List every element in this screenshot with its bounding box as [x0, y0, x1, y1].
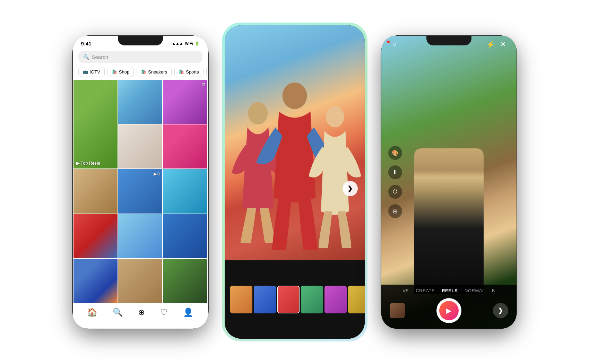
camera-mode-create[interactable]: CREATE: [416, 288, 435, 293]
camera-mode-reels[interactable]: REELS: [442, 288, 458, 293]
chips-row: 📺 IGTV 🛍️ Shop 🛍️ Sneakers 🛍️ Sports Arc…: [73, 66, 208, 80]
wifi-icon: WiFi: [185, 41, 193, 45]
camera-circle-icon[interactable]: ○: [388, 38, 401, 51]
reel-thumb-6[interactable]: [348, 286, 365, 313]
phone-2-gradient: ❯: [222, 23, 367, 341]
phone-3-camera: ○ ⚡ ✕ 🎨 ⏸ ⏱ ⊞ VE CREATE REELS NORMAL B: [381, 36, 517, 329]
phone-1-screen: 9:41 ▲▲▲ WiFi 🔋 🔍 Search 📺 IGTV 🛍️ Shop: [73, 36, 208, 329]
camera-tool-timer[interactable]: ⏱: [388, 185, 402, 199]
camera-top-bar: ○ ⚡ ✕: [381, 36, 517, 53]
grid-cell-desert[interactable]: [73, 169, 118, 213]
chip-sports-label: Sports: [186, 69, 199, 75]
chip-architect[interactable]: Archit…: [206, 67, 208, 77]
camera-mode-bar: VE CREATE REELS NORMAL B: [381, 285, 517, 295]
camera-controls-row: ▶ ❯: [381, 295, 517, 329]
camera-mode-normal[interactable]: NORMAL: [465, 288, 485, 293]
reels-icon: ▶: [76, 161, 79, 166]
camera-tool-layout[interactable]: ⊞: [388, 204, 402, 218]
camera-mode-ve[interactable]: VE: [402, 288, 409, 293]
reel-thumb-3[interactable]: [277, 286, 300, 313]
chip-igtv-label: IGTV: [90, 69, 100, 75]
grid-cell-woman-face[interactable]: [118, 259, 162, 303]
signal-icon: ▲▲▲: [172, 41, 183, 45]
reels-dancers-svg: [225, 25, 365, 260]
grid-cell-trees[interactable]: [163, 259, 207, 303]
chip-sneakers[interactable]: 🛍️ Sneakers: [137, 67, 172, 77]
chip-sneakers-label: Sneakers: [148, 69, 167, 75]
svg-point-1: [282, 83, 307, 109]
phone-2-wrapper: ❯: [222, 23, 367, 341]
camera-tool-pause[interactable]: ⏸: [388, 165, 402, 179]
chip-sports[interactable]: 🛍️ Sports: [174, 67, 203, 77]
dancer-left: [232, 102, 284, 243]
chip-igtv[interactable]: 📺 IGTV: [78, 67, 105, 77]
grid-cell-basketball[interactable]: ⧉: [163, 80, 207, 124]
camera-next-button[interactable]: ❯: [493, 303, 508, 318]
reels-next-button[interactable]: ❯: [343, 181, 358, 196]
search-placeholder-text: Search: [92, 54, 109, 60]
grid-cell-jump[interactable]: [118, 80, 162, 124]
grid-cell-surfer[interactable]: ▶⧉: [118, 169, 162, 213]
reel-thumb-5[interactable]: [324, 286, 347, 313]
camera-left-tools: 🎨 ⏸ ⏱ ⊞: [388, 146, 402, 218]
top-reels-label: ▶ Top Reels: [76, 161, 100, 166]
phone-1-notch: [118, 36, 163, 45]
camera-close-icon[interactable]: ✕: [497, 38, 510, 51]
camera-reels-icon: ▶: [446, 306, 451, 315]
camera-tool-theme[interactable]: 🎨: [388, 146, 402, 160]
grid-cell-sunglasses[interactable]: [163, 124, 207, 168]
camera-last-photo-thumb[interactable]: [390, 303, 405, 318]
camera-capture-button[interactable]: ▶: [436, 298, 461, 323]
phone-1-explore: 9:41 ▲▲▲ WiFi 🔋 🔍 Search 📺 IGTV 🛍️ Shop: [73, 36, 208, 329]
grid-overlay-1: ⧉: [202, 82, 205, 87]
grid-cell-couple-water[interactable]: [163, 169, 207, 213]
reels-video-bg[interactable]: ❯: [225, 25, 365, 260]
svg-point-2: [326, 106, 344, 128]
grid-cell-basketball-shadow[interactable]: [73, 259, 118, 303]
grid-cell-blue-sky[interactable]: [118, 214, 162, 258]
status-time-1: 9:41: [81, 41, 92, 46]
bottom-nav: 🏠 🔍 ⊕ ♡ 👤: [73, 303, 208, 324]
sports-icon: 🛍️: [179, 69, 184, 74]
phone-3-screen: ○ ⚡ ✕ 🎨 ⏸ ⏱ ⊞ VE CREATE REELS NORMAL B: [381, 36, 517, 329]
nav-profile-icon[interactable]: 👤: [183, 307, 193, 317]
reel-thumb-4[interactable]: [301, 286, 323, 313]
grid-cell-food[interactable]: [118, 124, 162, 168]
camera-mode-b[interactable]: B: [492, 288, 495, 293]
grid-cell-red-hoodie[interactable]: [73, 214, 118, 258]
svg-point-0: [248, 102, 268, 124]
shop-icon: 🛍️: [112, 69, 117, 74]
grid-cell-woman-blue[interactable]: [163, 214, 207, 258]
nav-search-icon[interactable]: 🔍: [113, 307, 123, 317]
search-bar[interactable]: 🔍 Search: [78, 51, 202, 63]
igtv-icon: 📺: [83, 69, 88, 74]
grid-overlay-2: ▶⧉: [154, 171, 160, 177]
reel-thumb-2[interactable]: [254, 286, 276, 313]
nav-home-icon[interactable]: 🏠: [87, 307, 97, 317]
dancer-center: [256, 83, 333, 250]
reels-thumbnails: [225, 260, 365, 339]
search-bar-container: 🔍 Search: [73, 49, 208, 66]
grid-cell-soccer[interactable]: ▶ Top Reels: [73, 80, 118, 169]
battery-icon: 🔋: [195, 41, 200, 46]
phone-2-inner: ❯: [225, 25, 365, 339]
chip-shop-label: Shop: [119, 69, 129, 75]
sneakers-icon: 🛍️: [141, 69, 146, 74]
reel-thumb-1[interactable]: [230, 286, 252, 313]
dancer-right: [309, 106, 361, 248]
camera-bottom: VE CREATE REELS NORMAL B ▶ ❯: [381, 285, 517, 329]
search-icon: 🔍: [83, 54, 89, 60]
camera-capture-inner: ▶: [439, 301, 459, 320]
camera-flash-icon[interactable]: ⚡: [485, 38, 497, 51]
nav-heart-icon[interactable]: ♡: [160, 307, 168, 317]
camera-person-figure: [414, 148, 484, 294]
status-icons-1: ▲▲▲ WiFi 🔋: [172, 41, 200, 46]
nav-add-icon[interactable]: ⊕: [138, 307, 145, 317]
explore-grid: ▶ Top Reels ⧉ ▶⧉: [73, 80, 208, 303]
chip-shop[interactable]: 🛍️ Shop: [107, 67, 134, 77]
